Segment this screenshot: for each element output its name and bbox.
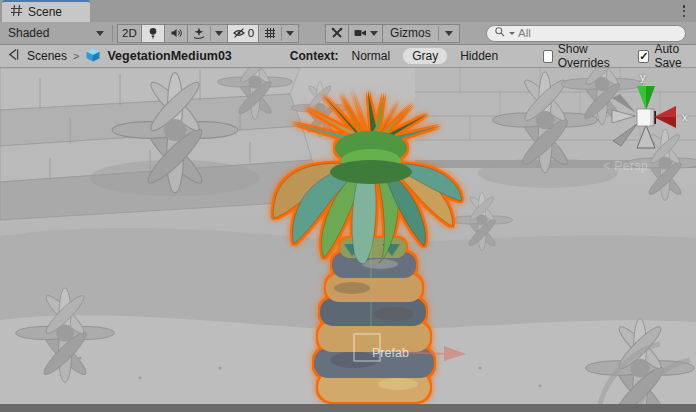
window-bottom-border bbox=[0, 404, 696, 412]
breadcrumb-root[interactable]: Scenes bbox=[27, 49, 67, 63]
split-divider bbox=[438, 26, 439, 41]
hidden-objects-count: 0 bbox=[248, 27, 254, 39]
2d-toggle-label: 2D bbox=[122, 27, 137, 39]
camera-icon bbox=[353, 26, 368, 40]
prefab-context-bar: Scenes > VegetationMedium03 Context: Nor… bbox=[0, 45, 696, 68]
search-filter-caret-icon[interactable] bbox=[509, 32, 515, 35]
split-divider bbox=[281, 26, 282, 41]
speaker-icon bbox=[169, 26, 183, 40]
chevron-down-icon bbox=[445, 31, 453, 36]
context-mode-gray[interactable]: Gray bbox=[403, 48, 447, 64]
search-icon bbox=[494, 26, 506, 41]
auto-save-checkbox-group[interactable]: ✓ Auto Save bbox=[638, 42, 690, 70]
tools-icon bbox=[330, 26, 344, 40]
context-label: Context: bbox=[290, 49, 339, 63]
gizmos-label: Gizmos bbox=[383, 26, 438, 40]
grid-snap-icon bbox=[263, 26, 277, 40]
lightbulb-icon bbox=[146, 26, 160, 40]
shading-mode-label: Shaded bbox=[8, 26, 49, 40]
scene-viewport[interactable]: y x < Persp Prefab bbox=[0, 68, 696, 404]
show-overrides-checkbox[interactable] bbox=[543, 50, 553, 63]
scene-search-box bbox=[486, 25, 686, 42]
context-mode-hidden[interactable]: Hidden bbox=[451, 48, 507, 64]
2d-toggle-button[interactable]: 2D bbox=[117, 24, 142, 43]
show-overrides-checkbox-group[interactable]: Show Overrides bbox=[543, 42, 616, 70]
hidden-objects-toggle-button[interactable]: 0 bbox=[227, 24, 259, 43]
kebab-menu-icon[interactable] bbox=[678, 4, 690, 18]
component-tools-button[interactable] bbox=[325, 24, 349, 43]
auto-save-checkbox[interactable]: ✓ bbox=[638, 50, 649, 63]
chevron-down-icon bbox=[286, 31, 294, 36]
chevron-down-icon bbox=[370, 31, 378, 36]
scene-effects-dropdown-button[interactable] bbox=[187, 24, 228, 43]
tab-scene[interactable]: Scene bbox=[2, 0, 90, 22]
audio-toggle-button[interactable] bbox=[164, 24, 188, 43]
breadcrumb-current-prefab[interactable]: VegetationMedium03 bbox=[107, 49, 231, 63]
back-arrow-icon[interactable] bbox=[6, 47, 21, 65]
tab-strip: Scene bbox=[0, 0, 696, 22]
breadcrumb-separator: > bbox=[73, 50, 79, 62]
scene-grid-icon bbox=[11, 5, 22, 19]
gizmos-dropdown-button[interactable]: Gizmos bbox=[382, 24, 460, 43]
show-overrides-label: Show Overrides bbox=[558, 42, 616, 70]
chevron-down-icon bbox=[215, 31, 223, 36]
tab-label: Scene bbox=[28, 5, 62, 19]
scene-render bbox=[0, 68, 696, 404]
grid-visibility-dropdown-button[interactable] bbox=[258, 24, 299, 43]
shading-mode-dropdown[interactable]: Shaded bbox=[4, 24, 110, 43]
breadcrumb: Scenes > VegetationMedium03 bbox=[6, 47, 232, 66]
eye-off-icon bbox=[232, 26, 246, 40]
split-divider bbox=[210, 26, 211, 41]
check-icon: ✓ bbox=[639, 51, 648, 62]
camera-dropdown-button[interactable] bbox=[348, 24, 383, 43]
scene-view-window: Scene Shaded 2D bbox=[0, 0, 696, 412]
context-mode-normal[interactable]: Normal bbox=[342, 48, 399, 64]
lighting-toggle-button[interactable] bbox=[141, 24, 165, 43]
effects-sparkle-icon bbox=[192, 26, 206, 40]
scene-search-input[interactable] bbox=[518, 27, 678, 39]
chevron-down-icon bbox=[96, 31, 104, 36]
prefab-cube-icon bbox=[85, 47, 101, 66]
auto-save-label: Auto Save bbox=[654, 42, 690, 70]
toolbar-separator bbox=[112, 25, 113, 42]
